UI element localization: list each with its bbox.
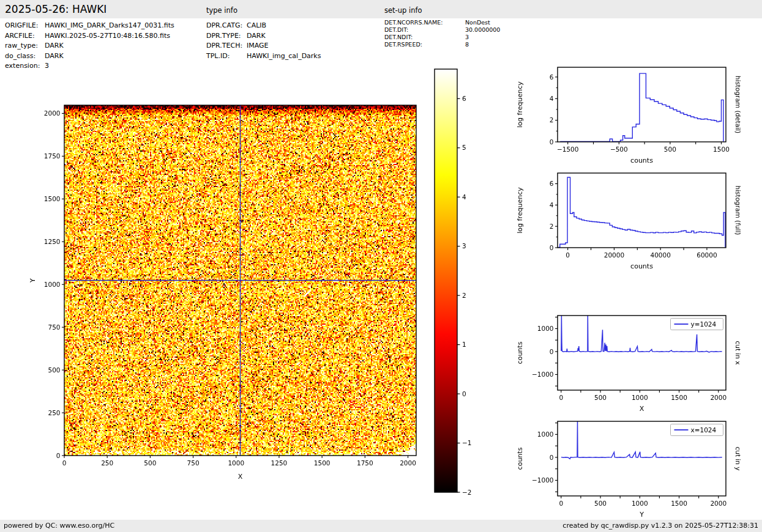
svg-text:2000: 2000 xyxy=(44,109,61,117)
info-row: DPR.TYPE:DARK xyxy=(206,31,321,42)
svg-text:2: 2 xyxy=(462,292,466,299)
info-label: DPR.CATG: xyxy=(206,21,247,31)
info-value: DARK xyxy=(45,52,64,60)
svg-text:−1: −1 xyxy=(462,439,471,446)
svg-text:750: 750 xyxy=(187,459,200,467)
svg-text:250: 250 xyxy=(48,409,60,416)
page-header xyxy=(0,0,762,18)
svg-text:0: 0 xyxy=(559,500,563,507)
svg-text:0: 0 xyxy=(62,459,67,467)
file-info-block: ORIGFILE:HAWKI_IMG_DARK_Darks147_0031.fi… xyxy=(5,21,174,72)
svg-text:−2: −2 xyxy=(462,489,471,496)
svg-text:2: 2 xyxy=(550,223,554,230)
info-value: DARK xyxy=(247,32,266,40)
info-label: DET.RSPEED: xyxy=(384,41,465,48)
svg-text:0: 0 xyxy=(462,390,466,397)
info-label: ARCFILE: xyxy=(5,31,45,42)
svg-text:1750: 1750 xyxy=(357,459,373,467)
svg-text:1250: 1250 xyxy=(44,238,61,245)
info-row: ARCFILE:HAWKI.2025-05-27T10:48:16.580.fi… xyxy=(5,31,174,42)
svg-text:1000: 1000 xyxy=(537,325,554,332)
svg-text:1000: 1000 xyxy=(228,459,244,467)
info-value: NonDest xyxy=(465,19,490,26)
svg-text:500: 500 xyxy=(594,500,607,507)
footer-created-by: created by qc_rawdisp.py v1.2.3 on 2025-… xyxy=(562,522,758,530)
svg-text:1: 1 xyxy=(462,341,466,348)
info-label: DPR.TECH: xyxy=(206,41,247,51)
svg-text:log frequency: log frequency xyxy=(516,81,524,128)
svg-text:1500: 1500 xyxy=(44,195,61,202)
svg-text:cut in x: cut in x xyxy=(734,341,742,364)
svg-text:−1000: −1000 xyxy=(532,371,554,378)
svg-text:500: 500 xyxy=(48,366,60,374)
info-row: DPR.CATG:CALIB xyxy=(206,21,321,31)
svg-text:1000: 1000 xyxy=(537,430,554,438)
svg-text:−500: −500 xyxy=(610,146,628,153)
info-value: HAWKI_img_cal_Darks xyxy=(247,52,321,60)
svg-text:0: 0 xyxy=(550,454,554,461)
info-label: TPL.ID: xyxy=(206,51,247,62)
svg-text:counts: counts xyxy=(516,341,524,364)
svg-text:1250: 1250 xyxy=(271,459,288,467)
info-row: TPL.ID:HAWKI_img_cal_Darks xyxy=(206,51,321,62)
svg-text:2000: 2000 xyxy=(400,459,416,467)
svg-text:1750: 1750 xyxy=(44,152,61,160)
svg-text:histogram (detail): histogram (detail) xyxy=(734,76,742,133)
info-label: raw_type: xyxy=(5,41,45,51)
info-value: 30.0000000 xyxy=(465,26,500,33)
type-info-block: DPR.CATG:CALIB DPR.TYPE:DARK DPR.TECH:IM… xyxy=(206,21,321,61)
svg-text:500: 500 xyxy=(664,146,676,153)
info-row: DET.NCORRS.NAME:NonDest xyxy=(384,19,500,26)
info-row: DET.DIT:30.0000000 xyxy=(384,26,500,34)
setup-info-block: DET.NCORRS.NAME:NonDest DET.DIT:30.00000… xyxy=(384,19,500,48)
info-value: IMAGE xyxy=(247,42,269,50)
svg-text:1000: 1000 xyxy=(632,394,648,401)
svg-text:0: 0 xyxy=(559,394,563,401)
svg-text:1500: 1500 xyxy=(713,146,730,153)
svg-text:4: 4 xyxy=(550,95,554,102)
svg-text:1500: 1500 xyxy=(671,500,687,507)
svg-text:1500: 1500 xyxy=(314,459,331,467)
svg-text:0: 0 xyxy=(566,251,570,259)
svg-text:4: 4 xyxy=(462,193,466,201)
svg-text:250: 250 xyxy=(101,459,113,467)
svg-text:x=1024: x=1024 xyxy=(691,426,717,434)
info-label: DET.DIT: xyxy=(384,26,465,34)
svg-text:0: 0 xyxy=(550,244,554,251)
info-row: DET.RSPEED:8 xyxy=(384,41,500,48)
svg-text:40000: 40000 xyxy=(650,251,670,259)
svg-text:1000: 1000 xyxy=(44,281,61,288)
svg-text:20000: 20000 xyxy=(604,251,624,259)
info-value: HAWKI_IMG_DARK_Darks147_0031.fits xyxy=(45,21,174,29)
page-title: 2025-05-26: HAWKI xyxy=(5,3,106,15)
svg-text:counts: counts xyxy=(516,447,524,470)
svg-text:−1000: −1000 xyxy=(532,476,554,484)
info-row: DET.NDIT:3 xyxy=(384,34,500,41)
qc-report-page: { "header": { "title": "2025-05-26: HAWK… xyxy=(0,0,762,532)
svg-text:0: 0 xyxy=(550,348,554,355)
svg-text:y=1024: y=1024 xyxy=(691,320,717,328)
info-label: do_class: xyxy=(5,51,45,62)
info-value: 8 xyxy=(465,41,469,48)
svg-text:4: 4 xyxy=(550,201,554,209)
info-label: DPR.TYPE: xyxy=(206,31,247,42)
svg-text:Y: Y xyxy=(29,278,37,283)
svg-text:750: 750 xyxy=(48,323,60,331)
info-label: ORIGFILE: xyxy=(5,21,45,31)
svg-text:6: 6 xyxy=(550,180,554,187)
info-row: ORIGFILE:HAWKI_IMG_DARK_Darks147_0031.fi… xyxy=(5,21,174,31)
info-label: extension: xyxy=(5,61,45,72)
svg-text:0: 0 xyxy=(56,452,61,459)
svg-text:60000: 60000 xyxy=(697,251,717,259)
footer-powered-by: powered by QC: www.eso.org/HC xyxy=(4,522,114,530)
svg-text:6: 6 xyxy=(550,73,554,81)
info-row: do_class:DARK xyxy=(5,51,174,62)
svg-text:500: 500 xyxy=(594,394,607,401)
info-value: 3 xyxy=(465,34,469,40)
svg-text:3: 3 xyxy=(462,242,466,249)
type-info-heading: type info xyxy=(206,6,237,15)
svg-text:5: 5 xyxy=(462,144,466,151)
info-row: raw_type:DARK xyxy=(5,41,174,51)
svg-text:6: 6 xyxy=(462,95,466,102)
svg-text:counts: counts xyxy=(630,157,653,164)
